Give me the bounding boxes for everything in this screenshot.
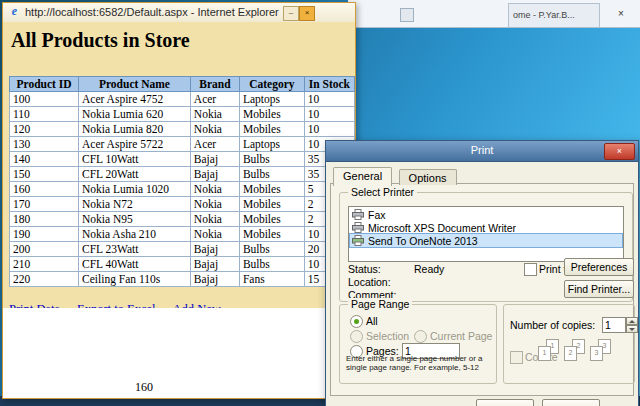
table-row: 180Nokia N95NokiaMobiles2 [10, 212, 355, 227]
table-cell: Nokia [190, 182, 239, 197]
select-printer-label: Select Printer [348, 186, 417, 198]
table-cell: Nokia N72 [79, 197, 191, 212]
spinner-down-icon[interactable] [626, 325, 638, 333]
table-cell: Nokia Lumia 820 [79, 122, 191, 137]
table-cell: 10 [304, 92, 354, 107]
print-dialog-close-button[interactable]: × [604, 143, 635, 160]
table-cell: 120 [10, 122, 79, 137]
page-heading: All Products in Store [11, 29, 190, 52]
table-row: 170Nokia N72NokiaMobiles2 [10, 197, 355, 212]
background-tab[interactable]: ome - P.Yar.B... [508, 3, 600, 27]
table-cell: 130 [10, 137, 79, 152]
background-browser-window: ome - P.Yar.B... × [348, 0, 640, 28]
table-cell: 210 [10, 257, 79, 272]
radio-all-label: All [366, 315, 378, 327]
collate-pages-icon: 22 [564, 339, 590, 363]
location-label: Location: [348, 276, 391, 288]
close-button[interactable]: × [299, 6, 315, 21]
status-label: Status: [348, 263, 381, 275]
table-cell: 180 [10, 212, 79, 227]
content-white-area: 160 [3, 308, 355, 398]
print-to-file-checkbox[interactable] [524, 263, 537, 276]
table-cell: Bajaj [190, 257, 239, 272]
browser-titlebar[interactable]: e http://localhost:6582/Default.aspx - I… [3, 3, 355, 23]
copies-group: Number of copies: Collate 112233 [503, 304, 635, 384]
printer-item[interactable]: Send To OneNote 2013 [350, 234, 622, 247]
radio-selection-label: Selection [366, 330, 409, 342]
copies-spinner[interactable] [626, 317, 638, 333]
column-header-category: Category [239, 77, 304, 92]
print-dialog-tabs: General Options [333, 166, 459, 184]
table-cell: Bulbs [239, 257, 304, 272]
minimize-button[interactable]: – [283, 6, 299, 21]
table-cell: 10 [304, 107, 354, 122]
table-row: 140CFL 10WattBajajBulbs35 [10, 152, 355, 167]
cancel-button[interactable]: Cancel [542, 399, 600, 406]
spinner-up-icon[interactable] [626, 317, 638, 325]
find-printer-button[interactable]: Find Printer... [564, 280, 634, 298]
column-header-brand: Brand [190, 77, 239, 92]
table-cell: Acer Aspire 4752 [79, 92, 191, 107]
radio-current-page[interactable] [414, 330, 427, 343]
printer-name: Send To OneNote 2013 [368, 235, 478, 247]
table-cell: 150 [10, 167, 79, 182]
table-cell: Mobiles [239, 197, 304, 212]
ie-icon: e [8, 5, 21, 18]
table-row: 110Nokia Lumia 620NokiaMobiles10 [10, 107, 355, 122]
products-table: Product IDProduct NameBrandCategoryIn St… [9, 76, 355, 287]
print-button[interactable]: Print [476, 399, 534, 406]
preferences-button[interactable]: Preferences [564, 258, 634, 276]
printer-item[interactable]: Fax [350, 208, 622, 221]
table-cell: Laptops [239, 137, 304, 152]
select-printer-group: Select Printer FaxMicrosoft XPS Document… [339, 192, 633, 302]
table-row: 130Acer Aspire 5722AcerLaptops10 [10, 137, 355, 152]
table-cell: CFL 23Watt [79, 242, 191, 257]
tab-options[interactable]: Options [399, 169, 457, 185]
printer-name: Fax [368, 209, 386, 221]
table-cell: Nokia Lumia 1020 [79, 182, 191, 197]
radio-all[interactable] [350, 315, 363, 328]
column-header-in-stock: In Stock [304, 77, 354, 92]
printer-name: Microsoft XPS Document Writer [368, 222, 516, 234]
table-cell: Acer Aspire 5722 [79, 137, 191, 152]
printer-icon [352, 209, 364, 220]
table-row: 160Nokia Lumia 1020NokiaMobiles5 [10, 182, 355, 197]
collate-page: 3 [590, 346, 603, 361]
table-cell: 140 [10, 152, 79, 167]
table-cell: 10 [304, 122, 354, 137]
print-dialog-title: Print [326, 141, 638, 160]
table-cell: Nokia Lumia 620 [79, 107, 191, 122]
page-range-label: Page Range [348, 298, 412, 310]
table-cell: Bajaj [190, 242, 239, 257]
table-cell: Nokia [190, 227, 239, 242]
partial-row-text: 160 [135, 380, 153, 395]
table-cell: CFL 10Watt [79, 152, 191, 167]
new-tab-icon[interactable] [400, 8, 414, 22]
page-range-group: Page Range All Selection Current Page Pa… [339, 304, 497, 384]
table-row: 210CFL 40WattBajajBulbs10 [10, 257, 355, 272]
radio-selection[interactable] [350, 330, 363, 343]
table-cell: Mobiles [239, 212, 304, 227]
column-header-product-name: Product Name [79, 77, 191, 92]
table-cell: Ceiling Fan 110s [79, 272, 191, 287]
table-row: 190Nokia Asha 210NokiaMobiles10 [10, 227, 355, 242]
table-row: 220Ceiling Fan 110sBajajFans15 [10, 272, 355, 287]
tab-general[interactable]: General [333, 167, 392, 186]
table-cell: 190 [10, 227, 79, 242]
printer-item[interactable]: Microsoft XPS Document Writer [350, 221, 622, 234]
table-cell: CFL 40Watt [79, 257, 191, 272]
browser-window: e http://localhost:6582/Default.aspx - I… [2, 2, 356, 399]
print-dialog-titlebar[interactable]: Print × [326, 141, 638, 162]
copies-label: Number of copies: [510, 319, 595, 331]
printer-icon [352, 235, 364, 246]
table-cell: 170 [10, 197, 79, 212]
column-header-product-id: Product ID [10, 77, 79, 92]
tab-close-icon[interactable]: × [612, 6, 630, 21]
radio-current-page-label: Current Page [430, 330, 492, 342]
table-row: 100Acer Aspire 4752AcerLaptops10 [10, 92, 355, 107]
table-row: 150CFL 20WattBajajBulbs35 [10, 167, 355, 182]
table-cell: 110 [10, 107, 79, 122]
table-cell: 200 [10, 242, 79, 257]
copies-input[interactable] [602, 317, 626, 333]
collate-checkbox[interactable] [510, 351, 523, 364]
